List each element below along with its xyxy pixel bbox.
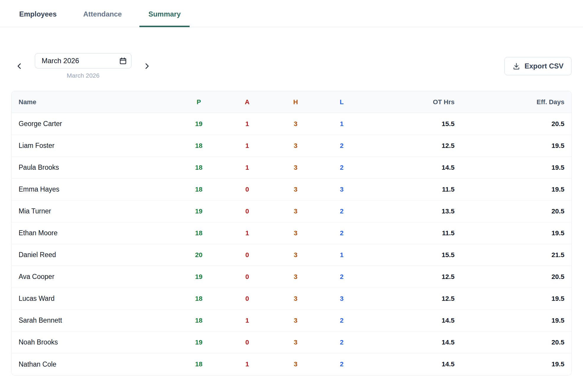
table-row: George Carter 19 1 3 1 15.5 20.5 xyxy=(12,113,571,135)
cell-eff-days: 20.5 xyxy=(462,339,571,346)
cell-ot-hours: 15.5 xyxy=(364,251,462,259)
table-row: Ava Cooper 19 0 3 2 12.5 20.5 xyxy=(12,266,571,288)
cell-eff-days: 19.5 xyxy=(462,229,571,237)
cell-present: 18 xyxy=(175,164,222,172)
cell-eff-days: 21.5 xyxy=(462,251,571,259)
cell-ot-hours: 12.5 xyxy=(364,295,462,303)
cell-ot-hours: 12.5 xyxy=(364,273,462,281)
cell-eff-days: 19.5 xyxy=(462,360,571,368)
cell-absent: 1 xyxy=(222,120,272,128)
cell-absent: 0 xyxy=(222,339,272,346)
month-navigation: March 2026 March 2026 xyxy=(15,53,152,79)
export-csv-label: Export CSV xyxy=(525,62,564,70)
table-row: Mia Turner 19 0 3 2 13.5 20.5 xyxy=(12,200,571,222)
cell-leave: 2 xyxy=(319,229,364,237)
cell-absent: 0 xyxy=(222,295,272,303)
cell-leave: 2 xyxy=(319,208,364,215)
cell-name: George Carter xyxy=(12,120,175,128)
column-header-name: Name xyxy=(12,98,175,106)
cell-holiday: 3 xyxy=(272,208,319,215)
cell-absent: 0 xyxy=(222,273,272,281)
cell-ot-hours: 14.5 xyxy=(364,339,462,346)
cell-ot-hours: 15.5 xyxy=(364,120,462,128)
cell-leave: 3 xyxy=(319,186,364,193)
table-row: Daniel Reed 20 0 3 1 15.5 21.5 xyxy=(12,244,571,266)
cell-name: Emma Hayes xyxy=(12,185,175,193)
column-header-absent: A xyxy=(222,98,272,106)
table-row: Ethan Moore 18 1 3 2 11.5 19.5 xyxy=(12,222,571,244)
cell-eff-days: 20.5 xyxy=(462,273,571,281)
prev-month-button[interactable] xyxy=(15,61,24,71)
cell-name: Daniel Reed xyxy=(12,251,175,259)
month-input-value: March 2026 xyxy=(42,57,79,65)
cell-leave: 1 xyxy=(319,251,364,259)
table-header: Name P A H L OT Hrs Eff. Days xyxy=(12,91,571,113)
cell-holiday: 3 xyxy=(272,229,319,237)
tab-summary[interactable]: Summary xyxy=(139,0,189,27)
calendar-icon xyxy=(119,57,127,65)
cell-name: Paula Brooks xyxy=(12,164,175,172)
chevron-left-icon xyxy=(16,63,23,70)
tab-attendance[interactable]: Attendance xyxy=(74,0,131,27)
table-row: Nathan Cole 18 1 3 2 14.5 19.5 xyxy=(12,353,571,375)
cell-absent: 1 xyxy=(222,142,272,150)
chevron-right-icon xyxy=(143,63,150,70)
month-input[interactable]: March 2026 xyxy=(35,53,131,68)
cell-holiday: 3 xyxy=(272,317,319,324)
cell-eff-days: 19.5 xyxy=(462,142,571,150)
table-row: Noah Brooks 19 0 3 2 14.5 20.5 xyxy=(12,331,571,353)
cell-absent: 1 xyxy=(222,229,272,237)
table-row: Paula Brooks 18 1 3 2 14.5 19.5 xyxy=(12,157,571,179)
next-month-button[interactable] xyxy=(142,61,152,71)
cell-present: 20 xyxy=(175,251,222,259)
export-csv-button[interactable]: Export CSV xyxy=(504,57,571,75)
cell-absent: 1 xyxy=(222,360,272,368)
column-header-present: P xyxy=(175,98,222,106)
cell-present: 19 xyxy=(175,120,222,128)
cell-ot-hours: 13.5 xyxy=(364,208,462,215)
cell-holiday: 3 xyxy=(272,360,319,368)
cell-present: 18 xyxy=(175,360,222,368)
cell-present: 19 xyxy=(175,339,222,346)
column-header-leave: L xyxy=(319,98,364,106)
summary-table: Name P A H L OT Hrs Eff. Days George Car… xyxy=(11,91,572,375)
cell-eff-days: 19.5 xyxy=(462,186,571,193)
cell-ot-hours: 11.5 xyxy=(364,186,462,193)
cell-eff-days: 19.5 xyxy=(462,164,571,172)
cell-leave: 2 xyxy=(319,273,364,281)
cell-eff-days: 20.5 xyxy=(462,208,571,215)
cell-leave: 3 xyxy=(319,295,364,303)
cell-present: 19 xyxy=(175,208,222,215)
cell-present: 18 xyxy=(175,142,222,150)
cell-present: 18 xyxy=(175,186,222,193)
cell-eff-days: 19.5 xyxy=(462,295,571,303)
download-icon xyxy=(512,62,520,70)
table-row: Lucas Ward 18 0 3 3 12.5 19.5 xyxy=(12,288,571,310)
tab-employees[interactable]: Employees xyxy=(10,0,66,27)
cell-ot-hours: 14.5 xyxy=(364,164,462,172)
cell-name: Mia Turner xyxy=(12,207,175,215)
cell-present: 19 xyxy=(175,273,222,281)
cell-name: Nathan Cole xyxy=(12,360,175,368)
controls-row: March 2026 March 2026 xyxy=(0,53,583,79)
column-header-holiday: H xyxy=(272,98,319,106)
cell-name: Ethan Moore xyxy=(12,229,175,237)
cell-holiday: 3 xyxy=(272,120,319,128)
month-field: March 2026 March 2026 xyxy=(35,53,131,79)
cell-holiday: 3 xyxy=(272,295,319,303)
cell-name: Ava Cooper xyxy=(12,273,175,281)
column-header-eff-days: Eff. Days xyxy=(462,98,571,106)
table-row: Liam Foster 18 1 3 2 12.5 19.5 xyxy=(12,135,571,157)
column-header-ot-hours: OT Hrs xyxy=(364,98,462,106)
cell-ot-hours: 14.5 xyxy=(364,317,462,324)
cell-holiday: 3 xyxy=(272,339,319,346)
cell-present: 18 xyxy=(175,317,222,324)
cell-ot-hours: 14.5 xyxy=(364,360,462,368)
cell-present: 18 xyxy=(175,295,222,303)
table-row: Sarah Bennett 18 1 3 2 14.5 19.5 xyxy=(12,310,571,331)
cell-present: 18 xyxy=(175,229,222,237)
cell-leave: 2 xyxy=(319,317,364,324)
cell-holiday: 3 xyxy=(272,164,319,172)
cell-holiday: 3 xyxy=(272,251,319,259)
cell-leave: 2 xyxy=(319,142,364,150)
